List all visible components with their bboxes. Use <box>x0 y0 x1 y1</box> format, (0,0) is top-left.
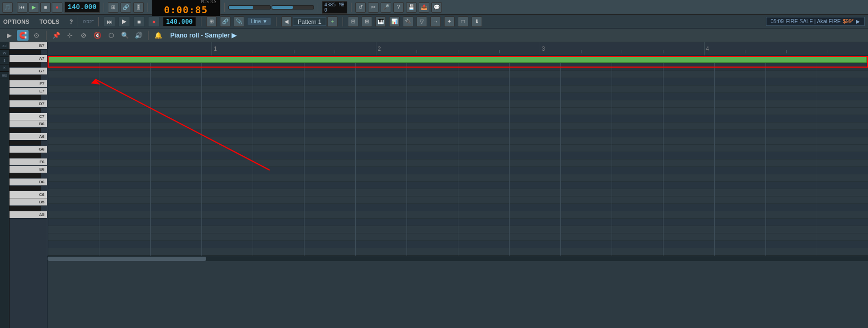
stop-icon[interactable]: ■ <box>40 2 51 13</box>
save-icon[interactable]: 💾 <box>406 2 417 13</box>
help-icon[interactable]: ? <box>393 2 404 13</box>
eq-icon[interactable]: 📊 <box>389 16 400 27</box>
grid-row-a5[interactable] <box>48 248 868 256</box>
export-icon[interactable]: 📤 <box>419 2 429 13</box>
grid-icon[interactable]: ⊞ <box>206 16 217 27</box>
piano-key-g6[interactable]: G6 <box>10 146 47 153</box>
piano-key-cs6[interactable] <box>10 186 41 191</box>
grid-row-gs6[interactable] <box>48 167 868 174</box>
piano-key-gs6[interactable] <box>10 140 41 146</box>
grid-row-a7[interactable] <box>48 71 868 78</box>
note-b7[interactable] <box>49 57 867 63</box>
grid-row-as6[interactable] <box>48 152 868 160</box>
plug-icon[interactable]: 🔌 <box>403 16 413 27</box>
piano-key-a7[interactable]: A7 <box>10 55 47 62</box>
grid-row-as5[interactable] <box>48 241 868 248</box>
cut-icon[interactable]: ✂ <box>368 2 378 13</box>
grid-row-cs7[interactable] <box>48 130 868 137</box>
pb-prev-icon[interactable]: ⏭ <box>104 16 115 27</box>
grid-row-ds6[interactable] <box>48 204 868 211</box>
piano-icon[interactable]: 🎹 <box>375 16 386 27</box>
piano-key-c6[interactable]: C6 <box>10 191 47 199</box>
tool-mute[interactable]: 🔇 <box>91 30 103 41</box>
grid-row-c6[interactable] <box>48 226 868 233</box>
grid-row-f7[interactable] <box>48 100 868 108</box>
grid-row-g6[interactable] <box>48 174 868 182</box>
undo-icon[interactable]: ↺ <box>355 2 366 13</box>
piano-key-a6[interactable]: A6 <box>10 133 47 140</box>
logo-icon[interactable]: 🎵 <box>2 2 13 13</box>
grid-row-as7[interactable] <box>48 63 868 71</box>
pattern-display[interactable]: Pattern 1 <box>293 17 326 26</box>
tool-magnet[interactable]: 🧲 <box>17 30 29 41</box>
grid-row-d6[interactable] <box>48 211 868 219</box>
piano-key-d7[interactable]: D7 <box>10 100 47 108</box>
options-menu[interactable]: OPTIONS <box>3 18 30 25</box>
piano-key-a5[interactable]: A5 <box>10 211 47 219</box>
view-icon[interactable]: □ <box>458 16 468 27</box>
grid-row-b5[interactable] <box>48 233 868 241</box>
line-mode-btn[interactable]: Line ▼ <box>247 17 272 25</box>
pb-stop-icon[interactable]: ■ <box>133 16 145 27</box>
piano-key-f6[interactable]: F6 <box>10 158 47 166</box>
stamp-icon[interactable]: ✦ <box>444 16 455 27</box>
piano-key-cs7[interactable] <box>10 108 41 113</box>
piano-key-as6[interactable] <box>10 128 41 133</box>
grid-row-ds7[interactable] <box>48 115 868 123</box>
play-icon[interactable]: ▶ <box>29 2 39 13</box>
piano-key-as7[interactable] <box>10 50 41 55</box>
piano-keyboard[interactable]: ad W 1 K ms B7A7G7F7E7D7C7B6A6G6F6E6D6C6… <box>0 42 48 328</box>
horizontal-scrollbar[interactable] <box>48 256 868 261</box>
piano-key-b6[interactable]: B6 <box>10 120 47 128</box>
tool-arrow[interactable]: ▶ <box>3 30 15 41</box>
piano-key-gs7[interactable] <box>10 62 41 68</box>
piano-key-fs6[interactable] <box>10 153 41 158</box>
grid-row-g7[interactable] <box>48 86 868 93</box>
pb-record-icon[interactable]: ● <box>148 16 160 27</box>
piano-key-b7[interactable]: B7 <box>10 42 47 50</box>
grid-scroll[interactable] <box>48 56 868 256</box>
piano-key-as5[interactable] <box>10 206 41 211</box>
piano-key-d6[interactable]: D6 <box>10 179 47 186</box>
tool-cycle[interactable]: ⊙ <box>31 30 42 41</box>
grid-row-gs7[interactable] <box>48 78 868 86</box>
grid-row-e7[interactable] <box>48 108 868 115</box>
piano-key-fs7[interactable] <box>10 75 41 80</box>
piano-key-c7[interactable]: C7 <box>10 113 47 120</box>
grid-row-c7[interactable] <box>48 137 868 145</box>
pattern-add-icon[interactable]: + <box>327 16 338 27</box>
grid-row-f6[interactable] <box>48 189 868 196</box>
piano-key-g7[interactable]: G7 <box>10 68 47 75</box>
piano-key-e6[interactable]: E6 <box>10 166 47 173</box>
grid-row-fs7[interactable] <box>48 93 868 100</box>
link2-icon[interactable]: 🔗 <box>220 16 230 27</box>
record-icon[interactable]: ● <box>52 2 62 13</box>
tool-volume[interactable]: 🔊 <box>133 30 144 41</box>
step-icon[interactable]: ⊞ <box>362 16 372 27</box>
scrollbar-thumb[interactable] <box>48 257 206 261</box>
mixer-icon[interactable]: 🎛 <box>133 2 144 13</box>
arrow-icon[interactable]: → <box>430 16 441 27</box>
clip-icon[interactable]: 📎 <box>234 16 244 27</box>
grid-row-b6[interactable] <box>48 145 868 152</box>
bpm-value-display[interactable]: 140.000 <box>163 17 196 26</box>
piano-key-b5[interactable]: B5 <box>10 199 47 206</box>
piano-key-ds6[interactable] <box>10 173 41 179</box>
grid-row-a6[interactable] <box>48 160 868 167</box>
piano-key-e7[interactable]: E7 <box>10 88 47 95</box>
tool-select[interactable]: ⊹ <box>64 30 76 41</box>
pattern-prev-icon[interactable]: ◀ <box>281 16 292 27</box>
help-menu[interactable]: ? <box>69 18 73 25</box>
tool-speaker[interactable]: 🔔 <box>152 30 164 41</box>
grid-row-d7[interactable] <box>48 123 868 130</box>
pb-play-icon[interactable]: ▶ <box>118 16 130 27</box>
snap-icon[interactable]: ⊞ <box>108 2 118 13</box>
piano-key-f7[interactable]: F7 <box>10 80 47 88</box>
tool-delete[interactable]: ⊘ <box>78 30 89 41</box>
grid-row-fs6[interactable] <box>48 182 868 189</box>
grid-row-cs6[interactable] <box>48 219 868 226</box>
piano-key-ds7[interactable] <box>10 95 41 100</box>
mic-icon[interactable]: 🎤 <box>381 2 391 13</box>
grid-row-e6[interactable] <box>48 196 868 204</box>
filter-icon[interactable]: ▽ <box>417 16 427 27</box>
